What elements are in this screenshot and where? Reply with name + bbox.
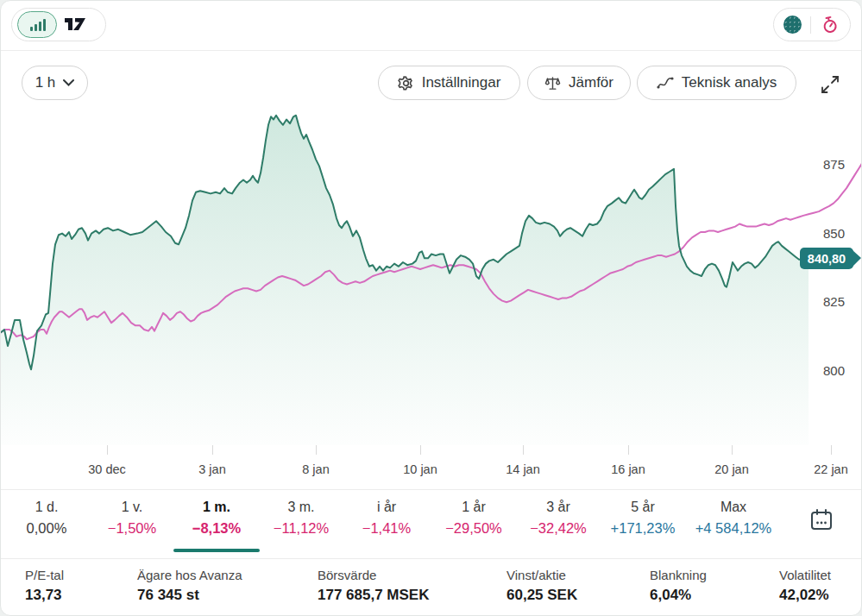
tradingview-toggle[interactable] <box>64 17 87 32</box>
tab-1m[interactable]: 1 m. −8,13% <box>169 498 264 539</box>
price-area-fill <box>1 116 809 445</box>
compare-label: Jämför <box>569 74 613 91</box>
squiggle-chart-icon <box>657 76 674 91</box>
stat-value: 76 345 st <box>137 584 242 606</box>
tab-label: 1 år <box>426 498 521 517</box>
stat-value: 60,25 SEK <box>507 584 577 606</box>
selected-tab-underline <box>173 549 260 552</box>
x-axis: 30 dec 3 jan 8 jan 10 jan 14 jan 16 jan … <box>1 445 862 490</box>
x-axis-tick <box>212 445 213 455</box>
key-stats-bar: P/E-tal 13,73 Ägare hos Avanza 76 345 st… <box>1 558 862 616</box>
stat-value: 6,04% <box>650 584 707 606</box>
tab-change-value: +171,23% <box>595 517 690 539</box>
tab-label: 1 v. <box>85 498 179 517</box>
period-tabs: 1 d. 0,00% 1 v. −1,50% 1 m. −8,13% 3 m. … <box>1 489 862 559</box>
tab-label: 5 år <box>595 498 690 517</box>
tab-change-value: −32,42% <box>511 517 606 539</box>
stat-label: Volatilitet <box>779 566 831 584</box>
header-quick-actions <box>773 8 851 41</box>
tab-label: 3 m. <box>254 498 349 517</box>
widget-header <box>1 1 861 51</box>
technical-analysis-label: Teknisk analys <box>682 74 777 91</box>
gear-icon <box>398 75 414 91</box>
tab-1y[interactable]: 1 år −29,50% <box>426 498 521 539</box>
settings-label: Inställningar <box>422 74 501 91</box>
expand-button[interactable] <box>816 71 844 98</box>
tab-3y[interactable]: 3 år −32,42% <box>511 498 606 539</box>
stat-pe-ratio: P/E-tal 13,73 <box>25 566 64 606</box>
tab-change-value: −1,41% <box>339 517 434 539</box>
interval-dropdown[interactable]: 1 h <box>22 66 88 100</box>
tab-max[interactable]: Max +4 584,12% <box>686 498 781 539</box>
interval-label: 1 h <box>35 74 56 91</box>
stat-volatility: Volatilitet 42,02% <box>779 566 831 606</box>
tab-1v[interactable]: 1 v. −1,50% <box>85 498 179 539</box>
chevron-down-icon <box>63 79 74 86</box>
stat-owners: Ägare hos Avanza 76 345 st <box>137 566 242 606</box>
custom-date-range-button[interactable] <box>801 500 842 541</box>
calendar-icon <box>809 507 834 533</box>
compare-button[interactable]: Jämför <box>527 66 631 100</box>
x-axis-date: 10 jan <box>386 462 455 476</box>
avanza-chart-toggle[interactable] <box>17 11 57 38</box>
x-axis-tick <box>316 445 317 455</box>
tab-3m[interactable]: 3 m. −11,12% <box>254 498 349 539</box>
stock-chart-widget: 1 h Inställningar Jämför <box>0 0 862 616</box>
tab-ytd[interactable]: i år −1,41% <box>339 498 434 539</box>
tab-label: 3 år <box>511 498 606 517</box>
stopwatch-icon[interactable] <box>820 15 840 35</box>
stat-short-interest: Blankning 6,04% <box>650 566 707 606</box>
tab-change-value: −1,50% <box>85 517 179 539</box>
x-axis-date: 16 jan <box>594 462 663 476</box>
x-axis-tick <box>732 445 733 455</box>
last-price-badge: 840,80 <box>800 248 853 269</box>
x-axis-tick <box>831 445 832 455</box>
x-axis-tick <box>523 445 524 455</box>
expand-icon <box>819 73 841 96</box>
stat-label: Börsvärde <box>318 566 429 584</box>
x-axis-date: 30 dec <box>72 462 142 476</box>
chart-style-toggle[interactable] <box>11 8 106 41</box>
tab-change-value: +4 584,12% <box>686 517 781 539</box>
bar-chart-icon <box>28 17 47 33</box>
x-axis-tick <box>628 445 629 455</box>
stat-label: P/E-tal <box>25 566 64 584</box>
technical-analysis-button[interactable]: Teknisk analys <box>637 66 796 100</box>
tab-label: 1 d. <box>0 498 94 517</box>
price-chart[interactable]: 875 850 825 800 840,80 <box>1 109 862 445</box>
chart-canvas[interactable] <box>1 109 862 445</box>
stat-label: Blankning <box>650 566 707 584</box>
stat-value: 13,73 <box>25 584 64 606</box>
divider <box>810 16 811 34</box>
stat-label: Vinst/aktie <box>507 566 577 584</box>
x-axis-date: 14 jan <box>488 462 557 476</box>
tab-label: i år <box>339 498 434 517</box>
stat-value: 177 685,7 MSEK <box>318 584 429 606</box>
x-axis-tick <box>420 445 421 455</box>
x-axis-date: 8 jan <box>281 462 350 476</box>
x-axis-tick <box>107 445 108 455</box>
scale-icon <box>544 75 561 91</box>
stat-market-cap: Börsvärde 177 685,7 MSEK <box>318 566 429 606</box>
x-axis-date: 22 jan <box>796 462 862 476</box>
stat-label: Ägare hos Avanza <box>137 566 242 584</box>
tab-label: 1 m. <box>169 498 264 517</box>
x-axis-date: 3 jan <box>178 462 247 476</box>
tab-change-value: −8,13% <box>169 517 264 539</box>
settings-button[interactable]: Inställningar <box>378 66 520 100</box>
tab-5y[interactable]: 5 år +171,23% <box>595 498 690 539</box>
x-axis-date: 20 jan <box>697 462 766 476</box>
tab-change-value: 0,00% <box>0 517 94 539</box>
tab-change-value: −29,50% <box>426 517 521 539</box>
stat-value: 42,02% <box>779 584 831 606</box>
tab-change-value: −11,12% <box>254 517 349 539</box>
stat-eps: Vinst/aktie 60,25 SEK <box>507 566 577 606</box>
tab-label: Max <box>686 498 781 517</box>
tradingview-logo-icon <box>64 17 87 32</box>
indicator-dot-icon[interactable] <box>783 16 802 34</box>
tab-1d[interactable]: 1 d. 0,00% <box>0 498 94 539</box>
